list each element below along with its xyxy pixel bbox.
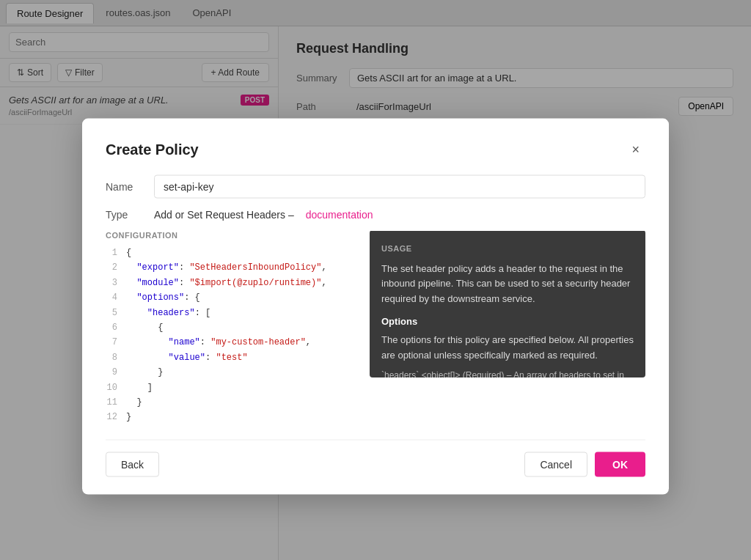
usage-text-1: The set header policy adds a header to t… <box>381 261 634 306</box>
code-line-8: 8 "value": "test" <box>106 350 358 364</box>
code-line-5: 5 "headers": [ <box>106 305 358 320</box>
usage-header: USAGE <box>381 243 634 256</box>
modal-type-text: Add or Set Request Headers – <box>154 209 294 221</box>
code-line-12: 12 } <box>106 410 358 424</box>
modal-footer: Back Cancel OK <box>106 439 645 476</box>
ok-button[interactable]: OK <box>595 452 645 476</box>
modal-type-label: Type <box>106 209 142 221</box>
code-line-10: 10 ] <box>106 380 358 394</box>
config-usage-section: CONFIGURATION 1 { 2 "export": "SetHeader… <box>106 231 645 425</box>
create-policy-modal: Create Policy × Name Type Add or Set Req… <box>82 119 669 495</box>
usage-panel: USAGE The set header policy adds a heade… <box>370 231 645 377</box>
code-block: 1 { 2 "export": "SetHeadersInboundPolicy… <box>106 246 358 425</box>
modal-header: Create Policy × <box>106 139 645 161</box>
modal-close-button[interactable]: × <box>626 139 645 161</box>
usage-text-2: The options for this policy are specifie… <box>381 332 634 363</box>
usage-options-title: Options <box>381 314 634 330</box>
code-line-9: 9 } <box>106 365 358 380</box>
config-panel: CONFIGURATION 1 { 2 "export": "SetHeader… <box>106 231 358 425</box>
modal-name-label: Name <box>106 181 142 193</box>
code-line-6: 6 { <box>106 320 358 334</box>
back-button[interactable]: Back <box>106 452 159 476</box>
modal-name-row: Name <box>106 175 645 199</box>
code-line-7: 7 "name": "my-custom-header", <box>106 335 358 350</box>
modal-type-link[interactable]: documentation <box>306 209 373 221</box>
footer-right: Cancel OK <box>524 452 645 476</box>
code-line-1: 1 { <box>106 246 358 260</box>
code-line-11: 11 } <box>106 394 358 409</box>
modal-type-row: Type Add or Set Request Headers – docume… <box>106 209 645 221</box>
usage-text-3: `headers` <object[]> (Required) – An arr… <box>381 369 634 377</box>
code-line-2: 2 "export": "SetHeadersInboundPolicy", <box>106 260 358 275</box>
modal-name-input[interactable] <box>154 175 645 199</box>
code-line-4: 4 "options": { <box>106 290 358 305</box>
cancel-button[interactable]: Cancel <box>524 452 587 476</box>
modal-title: Create Policy <box>106 141 199 158</box>
code-line-3: 3 "module": "$import(@zuplo/runtime)", <box>106 275 358 290</box>
config-header: CONFIGURATION <box>106 231 358 240</box>
